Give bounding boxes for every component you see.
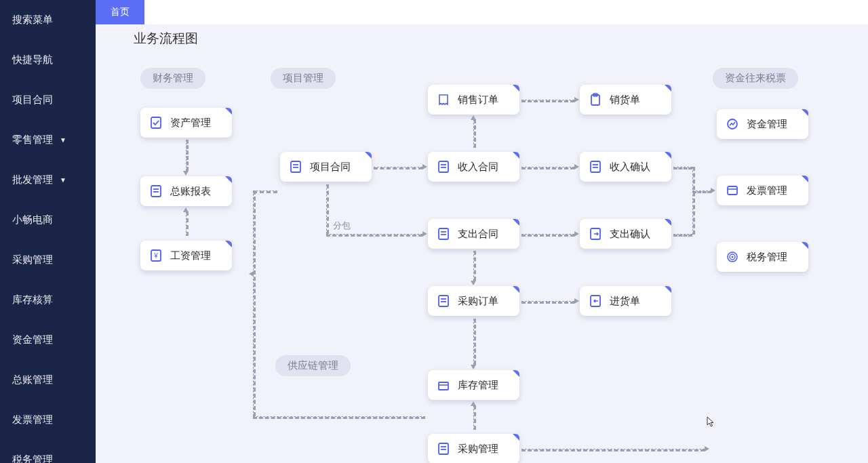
sidebar-item-inventory[interactable]: 库存核算	[0, 280, 96, 320]
group-label-project: 项目管理	[271, 68, 336, 89]
report-icon	[149, 184, 163, 199]
node-inventory-mgmt[interactable]: 库存管理	[428, 370, 519, 400]
form-icon	[588, 159, 603, 174]
contract-icon	[288, 159, 303, 174]
node-sales-order[interactable]: 销售订单	[428, 85, 519, 115]
sidebar-item-ledger[interactable]: 总账管理	[0, 360, 96, 400]
invoice-icon	[725, 183, 740, 198]
node-tax-mgmt[interactable]: 税务管理	[717, 242, 808, 272]
box-icon	[436, 378, 451, 392]
mouse-cursor	[706, 416, 717, 430]
node-purchase-order[interactable]: 采购订单	[428, 286, 519, 316]
clipboard-icon	[588, 92, 603, 107]
sidebar: 搜索菜单 快捷导航 项目合同 零售管理▼ 批发管理▼ 小畅电商 采购管理 库存核…	[0, 0, 96, 463]
sidebar-item-fund[interactable]: 资金管理	[0, 320, 96, 360]
group-label-finance: 财务管理	[140, 68, 205, 89]
list-icon	[436, 441, 451, 456]
node-payroll-mgmt[interactable]: 工资管理	[140, 241, 232, 270]
form-in-icon	[588, 294, 603, 308]
node-expense-confirm[interactable]: 支出确认	[580, 219, 671, 249]
contract-out-icon	[436, 226, 451, 241]
sidebar-item-ecommerce[interactable]: 小畅电商	[0, 200, 96, 240]
node-ledger-report[interactable]: 总账报表	[140, 176, 232, 206]
annot-subcontract: 分包	[333, 220, 351, 232]
sidebar-item-retail[interactable]: 零售管理▼	[0, 120, 96, 160]
checklist-icon	[149, 115, 163, 130]
node-purchase-mgmt[interactable]: 采购管理	[428, 434, 519, 463]
fingerprint-icon	[725, 249, 740, 264]
group-label-capital: 资金往来税票	[713, 68, 798, 89]
node-project-contract[interactable]: 项目合同	[280, 152, 372, 182]
form-out-icon	[588, 226, 603, 241]
chevron-down-icon: ▼	[60, 176, 66, 184]
chevron-down-icon: ▼	[60, 136, 66, 144]
page-title: 业务流程图	[134, 30, 198, 47]
list-icon	[436, 294, 451, 308]
sidebar-item-quicknav[interactable]: 快捷导航	[0, 40, 96, 80]
sidebar-item-search[interactable]: 搜索菜单	[0, 0, 96, 40]
group-label-supply: 供应链管理	[275, 355, 351, 376]
sidebar-item-purchase[interactable]: 采购管理	[0, 240, 96, 280]
tab-home[interactable]: 首页	[96, 0, 144, 24]
sidebar-item-tax[interactable]: 税务管理	[0, 440, 96, 463]
node-shipment[interactable]: 销货单	[580, 85, 671, 115]
sidebar-item-invoice[interactable]: 发票管理	[0, 400, 96, 440]
node-income-confirm[interactable]: 收入确认	[580, 152, 671, 182]
contract-in-icon	[436, 159, 451, 174]
receipt-icon	[436, 92, 451, 107]
flowchart-canvas: 业务流程图 财务管理 项目管理 供应链管理 资金往来税票 ¥ 资产管理 总账报表…	[96, 24, 868, 463]
money-doc-icon	[149, 248, 163, 263]
node-goods-receipt[interactable]: 进货单	[580, 286, 671, 316]
node-expense-contract[interactable]: 支出合同	[428, 219, 519, 249]
chart-icon	[725, 117, 740, 132]
tabbar: 首页	[96, 0, 868, 24]
node-fund-mgmt[interactable]: 资金管理	[717, 109, 808, 139]
node-income-contract[interactable]: 收入合同	[428, 152, 519, 182]
sidebar-item-project-contract[interactable]: 项目合同	[0, 80, 96, 120]
node-asset-mgmt[interactable]: 资产管理	[140, 108, 232, 138]
node-invoice-mgmt[interactable]: 发票管理	[717, 176, 808, 205]
sidebar-item-wholesale[interactable]: 批发管理▼	[0, 160, 96, 200]
edge-asset-to-ledger	[186, 140, 189, 171]
